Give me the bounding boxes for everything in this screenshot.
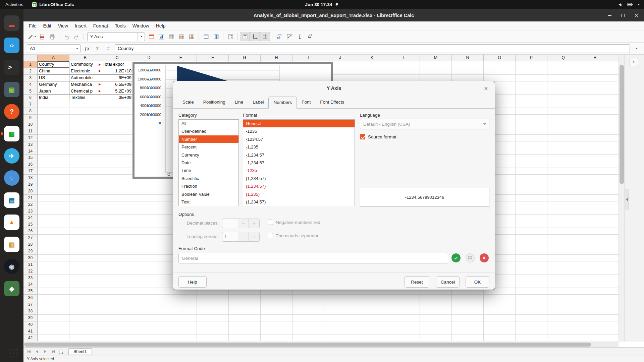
cell-N41[interactable] <box>452 328 484 335</box>
row-header-5[interactable]: 5 <box>23 88 38 95</box>
cell-B36[interactable] <box>69 295 101 301</box>
cell-A35[interactable] <box>38 288 69 295</box>
cell-C26[interactable] <box>101 228 133 235</box>
cell-Q22[interactable] <box>547 201 579 208</box>
column-header-I[interactable]: I <box>292 55 324 61</box>
cell-Q25[interactable] <box>547 221 579 228</box>
row-header-7[interactable]: 7 <box>23 101 38 108</box>
cell-S29[interactable] <box>611 248 619 255</box>
cell-B5[interactable]: Chemical p <box>69 88 101 95</box>
row-header-26[interactable]: 26 <box>23 228 38 235</box>
cell-K37[interactable] <box>356 301 388 308</box>
cell-Q28[interactable] <box>547 241 579 248</box>
cell-A17[interactable] <box>38 168 69 175</box>
cell-M41[interactable] <box>420 328 452 335</box>
cell-D25[interactable] <box>133 221 165 228</box>
cell-K42[interactable] <box>356 335 388 342</box>
cell-Q10[interactable] <box>547 121 579 128</box>
formula-input[interactable]: Country <box>115 44 630 53</box>
cell-E42[interactable] <box>165 335 197 342</box>
row-header-3[interactable]: 3 <box>23 75 38 81</box>
row-header-22[interactable]: 22 <box>23 201 38 208</box>
menu-help[interactable]: Help <box>153 21 169 31</box>
cell-S11[interactable] <box>611 128 619 135</box>
cell-P7[interactable] <box>516 101 547 108</box>
cell-C38[interactable] <box>101 308 133 315</box>
cell-C33[interactable] <box>101 275 133 282</box>
column-header-Q[interactable]: Q <box>547 55 579 61</box>
cell-A10[interactable] <box>38 121 69 128</box>
row-header-27[interactable]: 27 <box>23 235 38 241</box>
sidebar-settings-button[interactable] <box>630 58 638 66</box>
cell-A23[interactable] <box>38 208 69 215</box>
cell-Q30[interactable] <box>547 255 579 261</box>
cell-K1[interactable] <box>356 61 388 68</box>
cell-S38[interactable] <box>611 308 619 315</box>
cell-Q39[interactable] <box>547 315 579 321</box>
row-header-16[interactable]: 16 <box>23 161 38 168</box>
cell-S17[interactable] <box>611 168 619 175</box>
category-item-currency[interactable]: Currency <box>179 151 238 159</box>
cell-O36[interactable] <box>484 295 516 301</box>
menu-view[interactable]: View <box>55 21 71 31</box>
cell-S15[interactable] <box>611 155 619 161</box>
cell-B34[interactable] <box>69 281 101 288</box>
cell-D38[interactable] <box>133 308 165 315</box>
cell-Q3[interactable] <box>547 75 579 81</box>
cell-A5[interactable]: Japan <box>38 88 69 95</box>
cell-Q13[interactable] <box>547 141 579 148</box>
column-header-O[interactable]: O <box>484 55 516 61</box>
cell-S37[interactable] <box>611 301 619 308</box>
row-header-15[interactable]: 15 <box>23 155 38 161</box>
cell-C12[interactable] <box>101 135 133 141</box>
row-header-21[interactable]: 21 <box>23 195 38 201</box>
cell-C13[interactable] <box>101 141 133 148</box>
cell-S34[interactable] <box>611 281 619 288</box>
titles-button[interactable] <box>240 32 250 41</box>
cell-P1[interactable] <box>516 61 547 68</box>
software-store[interactable]: ◈ <box>2 278 22 300</box>
cell-R40[interactable] <box>579 321 611 328</box>
category-item-fraction[interactable]: Fraction <box>179 182 238 190</box>
cell-P16[interactable] <box>516 161 547 168</box>
cell-I40[interactable] <box>292 321 324 328</box>
cell-C19[interactable] <box>101 181 133 188</box>
cell-Q31[interactable] <box>547 261 579 268</box>
cell-B8[interactable] <box>69 108 101 115</box>
cell-S7[interactable] <box>611 101 619 108</box>
cell-A14[interactable] <box>38 148 69 155</box>
cell-S8[interactable] <box>611 108 619 115</box>
cell-P30[interactable] <box>516 255 547 261</box>
cell-R16[interactable] <box>579 161 611 168</box>
cell-D26[interactable] <box>133 228 165 235</box>
cell-L2[interactable] <box>388 68 420 75</box>
cell-E39[interactable] <box>165 315 197 321</box>
format-item-0[interactable]: General <box>243 120 355 127</box>
expand-formula-bar-button[interactable] <box>632 44 641 53</box>
add-format-button[interactable] <box>451 253 461 262</box>
cell-R12[interactable] <box>579 135 611 141</box>
cell-B15[interactable] <box>69 155 101 161</box>
row-header-19[interactable]: 19 <box>23 181 38 188</box>
cell-J42[interactable] <box>324 335 356 342</box>
cell-K38[interactable] <box>356 308 388 315</box>
row-header-1[interactable]: 1 <box>23 61 38 68</box>
cell-Q36[interactable] <box>547 295 579 301</box>
menu-tools[interactable]: Tools <box>111 21 129 31</box>
cell-R31[interactable] <box>579 261 611 268</box>
cell-R33[interactable] <box>579 275 611 282</box>
cell-A2[interactable]: China <box>38 68 69 75</box>
export-pdf-button[interactable] <box>37 32 47 41</box>
cell-A20[interactable] <box>38 188 69 195</box>
category-item-scientific[interactable]: Scientific <box>179 175 238 182</box>
cell-P17[interactable] <box>516 168 547 175</box>
cell-D24[interactable] <box>133 215 165 221</box>
category-item-date[interactable]: Date <box>179 159 238 167</box>
libreoffice-calc[interactable]: ▦ <box>2 123 22 145</box>
cell-R22[interactable] <box>579 201 611 208</box>
activities-button[interactable]: Activities <box>5 2 23 7</box>
tab-line[interactable]: Line <box>230 97 248 109</box>
cell-R36[interactable] <box>579 295 611 301</box>
cell-D27[interactable] <box>133 235 165 241</box>
maximize-button[interactable] <box>620 12 626 18</box>
